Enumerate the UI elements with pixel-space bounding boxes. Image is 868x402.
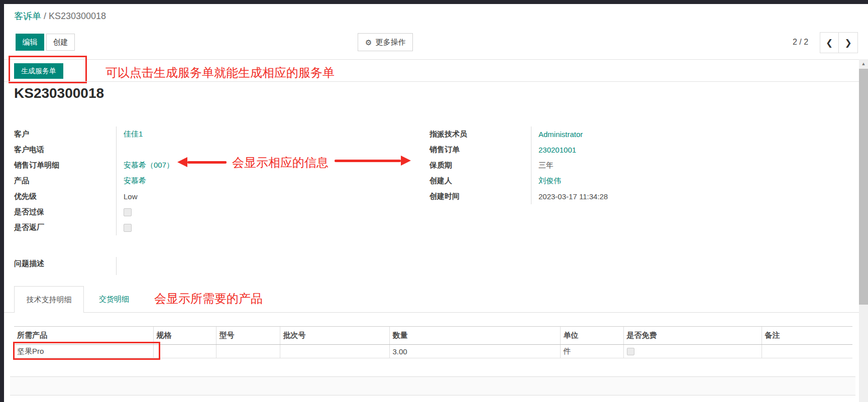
field-row-creator: 创建人 刘俊伟 xyxy=(429,173,781,189)
column-header-lot[interactable]: 批次号 xyxy=(280,327,389,345)
field-row-description: 问题描述 xyxy=(14,259,44,269)
column-header-free[interactable]: 是否免费 xyxy=(623,327,762,345)
cell-unit[interactable]: 件 xyxy=(560,345,623,358)
annotation-product-note: 会显示所需要的产品 xyxy=(154,291,263,307)
cell-model[interactable] xyxy=(216,345,280,358)
breadcrumb-parent-link[interactable]: 客诉单 xyxy=(14,11,41,21)
complaint-form-page: 客诉单 / KS230300018 编辑 创建 ⚙更多操作 2 / 2 ❮ ❯ … xyxy=(0,0,868,402)
cell-lot[interactable] xyxy=(280,345,389,358)
record-title: KS230300018 xyxy=(14,85,104,101)
column-header-spec[interactable]: 规格 xyxy=(153,327,216,345)
form-right-column: 指派技术员 Administrator 销售订单 230201001 保质期 三… xyxy=(429,126,781,204)
field-row-create-time: 创建时间 2023-03-17 11:34:28 xyxy=(429,189,781,204)
field-row-product: 产品 安慕希 xyxy=(14,173,366,189)
gear-icon: ⚙ xyxy=(365,39,372,46)
pager-prev-button[interactable]: ❮ xyxy=(820,32,839,53)
field-row-sale-order: 销售订单 230201001 xyxy=(429,142,781,158)
table-footer-band xyxy=(10,376,855,395)
form-left-column: 客户 佳佳1 客户电话 销售订单明细 安慕希（007） 产品 安慕希 优先级 L… xyxy=(14,126,366,235)
chevron-right-icon: ❯ xyxy=(844,38,851,48)
field-label: 是否过保 xyxy=(14,207,116,217)
red-arrow-left-icon xyxy=(177,157,227,167)
annotation-box-generate xyxy=(9,56,87,83)
annotation-box-product-cell xyxy=(13,342,160,360)
chevron-left-icon: ❮ xyxy=(826,38,833,48)
column-header-model[interactable]: 型号 xyxy=(216,327,280,345)
field-label: 客户电话 xyxy=(14,145,116,155)
field-label: 优先级 xyxy=(14,192,116,201)
field-label: 创建时间 xyxy=(429,192,531,201)
field-label: 销售订单明细 xyxy=(14,161,116,170)
field-label: 是否返厂 xyxy=(14,223,116,232)
field-row-warranty-period: 保质期 三年 xyxy=(429,158,781,173)
field-row-priority: 优先级 Low xyxy=(14,189,366,204)
free-checkbox[interactable] xyxy=(627,348,634,355)
sale-order-line-link[interactable]: 安慕希（007） xyxy=(116,161,174,170)
tab-tech-support-lines[interactable]: 技术支持明细 xyxy=(14,286,84,313)
red-arrow-right-icon xyxy=(335,156,411,166)
field-label: 保质期 xyxy=(429,161,531,170)
cell-free xyxy=(623,345,762,358)
field-row-out-of-warranty: 是否过保 xyxy=(14,204,366,220)
window-top-edge xyxy=(0,0,868,4)
product-link[interactable]: 安慕希 xyxy=(116,176,146,186)
cell-qty[interactable]: 3.00 xyxy=(389,345,560,358)
statusbar-bottom-divider xyxy=(4,81,859,82)
field-label: 销售订单 xyxy=(429,145,531,155)
warranty-period-value: 三年 xyxy=(531,161,554,170)
column-header-qty[interactable]: 数量 xyxy=(389,327,560,345)
statusbar-top-divider xyxy=(4,59,859,60)
field-row-return-to-factory: 是否返厂 xyxy=(14,220,366,235)
column-header-unit[interactable]: 单位 xyxy=(560,327,623,345)
priority-value: Low xyxy=(116,192,138,201)
more-actions-button[interactable]: ⚙更多操作 xyxy=(358,33,413,51)
create-button[interactable]: 创建 xyxy=(46,34,75,51)
description-label: 问题描述 xyxy=(14,259,44,269)
field-label: 指派技术员 xyxy=(429,129,531,139)
field-label: 创建人 xyxy=(429,176,531,186)
tab-strip-divider xyxy=(4,312,859,313)
tab-delivery-lines[interactable]: 交货明细 xyxy=(84,286,144,313)
pager-next-button[interactable]: ❯ xyxy=(839,32,858,53)
pager: ❮ ❯ xyxy=(820,32,858,53)
breadcrumb-current: KS230300018 xyxy=(49,11,106,21)
breadcrumb-separator: / xyxy=(41,11,49,21)
cell-note[interactable] xyxy=(762,345,852,358)
field-label: 产品 xyxy=(14,176,116,186)
technician-link[interactable]: Administrator xyxy=(531,130,583,139)
edit-button[interactable]: 编辑 xyxy=(16,34,44,51)
window-left-edge xyxy=(0,0,4,402)
description-separator xyxy=(116,257,117,275)
create-time-value: 2023-03-17 11:34:28 xyxy=(531,192,608,201)
breadcrumb: 客诉单 / KS230300018 xyxy=(14,10,106,22)
field-row-customer: 客户 佳佳1 xyxy=(14,126,366,142)
customer-link[interactable]: 佳佳1 xyxy=(116,129,143,139)
return-to-factory-checkbox[interactable] xyxy=(124,224,132,232)
annotation-generate-note: 可以点击生成服务单就能生成相应的服务单 xyxy=(105,65,335,81)
cell-spec[interactable] xyxy=(153,345,216,358)
scrollbar-up-arrow-icon[interactable]: ▲ xyxy=(859,59,868,68)
column-header-note[interactable]: 备注 xyxy=(762,327,852,345)
annotation-info-note: 会显示相应的信息 xyxy=(232,155,329,171)
field-row-technician: 指派技术员 Administrator xyxy=(429,126,781,142)
out-of-warranty-checkbox[interactable] xyxy=(124,208,132,216)
pager-count: 2 / 2 xyxy=(793,38,808,47)
sale-order-link[interactable]: 230201001 xyxy=(531,146,576,154)
vertical-scrollbar[interactable]: ▲ xyxy=(859,59,868,402)
field-label: 客户 xyxy=(14,129,116,139)
scrollbar-thumb[interactable] xyxy=(859,69,868,305)
more-actions-label: 更多操作 xyxy=(375,38,405,47)
creator-link[interactable]: 刘俊伟 xyxy=(531,176,561,186)
